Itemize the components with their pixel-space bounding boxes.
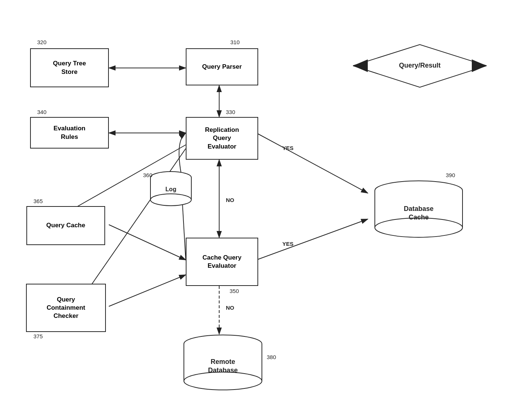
diagram: Query TreeStore 320 Query Parser 310 Que…: [0, 0, 516, 420]
svg-line-11: [256, 219, 368, 260]
num-360: 360: [143, 172, 152, 178]
yes-label-2: YES: [282, 241, 293, 247]
num-390: 390: [446, 172, 455, 178]
query-tree-store-label: Query TreeStore: [53, 59, 86, 76]
svg-line-6: [256, 133, 368, 193]
query-containment-checker-box: QueryContainmentChecker: [26, 284, 106, 332]
num-365: 365: [33, 198, 43, 204]
svg-marker-16: [353, 59, 368, 72]
yes-label-1: YES: [282, 145, 293, 151]
num-310: 310: [230, 39, 240, 45]
num-340: 340: [37, 109, 46, 115]
svg-text:Remote: Remote: [211, 358, 235, 365]
svg-point-23: [150, 194, 191, 206]
svg-line-9: [109, 225, 186, 260]
query-tree-store-box: Query TreeStore: [30, 48, 109, 87]
evaluation-rules-label: EvaluationRules: [53, 124, 85, 141]
evaluation-rules-box: EvaluationRules: [30, 117, 109, 149]
query-containment-checker-label: QueryContainmentChecker: [47, 296, 85, 320]
remote-database-cylinder: Remote Database: [182, 334, 264, 397]
svg-marker-17: [472, 59, 487, 72]
cache-query-evaluator-box: Cache QueryEvaluator: [186, 238, 258, 286]
query-parser-label: Query Parser: [202, 63, 242, 71]
svg-text:Database: Database: [404, 205, 434, 212]
svg-text:Cache: Cache: [409, 214, 429, 221]
query-cache-box: Query Cache: [26, 206, 105, 245]
svg-text:Query/Result: Query/Result: [399, 62, 441, 69]
svg-point-36: [184, 372, 262, 390]
svg-text:Log: Log: [165, 186, 176, 192]
log-cylinder: Log: [149, 171, 193, 210]
replication-query-evaluator-box: ReplicationQueryEvaluator: [186, 117, 258, 160]
num-375: 375: [33, 333, 43, 339]
num-380: 380: [267, 354, 276, 360]
no-label-2: NO: [226, 305, 234, 311]
database-cache-cylinder: Database Cache: [372, 180, 466, 243]
query-cache-label: Query Cache: [46, 221, 85, 229]
num-320: 320: [37, 39, 46, 45]
cache-query-evaluator-label: Cache QueryEvaluator: [202, 254, 241, 270]
num-330: 330: [226, 109, 235, 115]
replication-query-evaluator-label: ReplicationQueryEvaluator: [205, 126, 239, 150]
query-result-bowtie: Query/Result: [353, 41, 487, 92]
no-label-1: NO: [226, 197, 234, 203]
svg-line-10: [109, 275, 186, 306]
num-350: 350: [230, 288, 239, 294]
query-parser-box: Query Parser: [186, 48, 258, 85]
svg-text:Database: Database: [208, 367, 238, 374]
